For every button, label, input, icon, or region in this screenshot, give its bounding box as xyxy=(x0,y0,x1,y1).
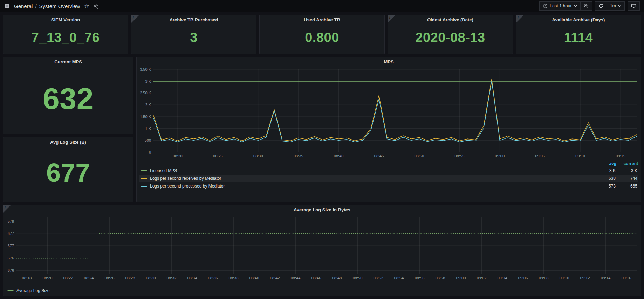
series-avg: 3 K xyxy=(594,168,616,173)
info-icon[interactable]: i xyxy=(3,205,11,213)
info-icon[interactable]: i xyxy=(516,15,524,23)
svg-text:09:10: 09:10 xyxy=(575,154,585,158)
zoom-out-button[interactable] xyxy=(581,1,592,11)
panel-title[interactable]: Available Archive (Days) xyxy=(516,15,641,24)
panel-title[interactable]: Avg Log Size (B) xyxy=(3,137,133,147)
svg-text:08:22: 08:22 xyxy=(63,276,73,280)
svg-text:08:24: 08:24 xyxy=(84,276,94,280)
legend-col-avg[interactable]: avg xyxy=(595,161,616,166)
svg-text:08:45: 08:45 xyxy=(374,154,384,158)
series-name[interactable]: Average Log Size xyxy=(16,288,637,293)
svg-text:08:36: 08:36 xyxy=(208,276,218,280)
svg-text:08:46: 08:46 xyxy=(311,276,321,280)
stat-value: 1114 xyxy=(516,24,641,54)
chevron-down-icon xyxy=(574,5,577,7)
panel-title[interactable]: MPS xyxy=(137,57,641,66)
series-name[interactable]: Logs per second processed by Mediator xyxy=(150,184,594,189)
svg-text:08:58: 08:58 xyxy=(436,276,445,280)
clock-icon xyxy=(543,4,548,8)
series-avg: 638 xyxy=(594,176,616,181)
stat-row: SIEM Version 7_13_0_76 i Archive TB Purc… xyxy=(3,15,641,54)
svg-text:3.50 K: 3.50 K xyxy=(140,67,151,72)
svg-text:677: 677 xyxy=(8,231,14,236)
series-marker xyxy=(7,290,14,291)
stat-value: 7_13_0_76 xyxy=(3,24,128,54)
svg-text:1 K: 1 K xyxy=(145,127,151,131)
svg-text:676: 676 xyxy=(8,256,14,260)
svg-text:08:38: 08:38 xyxy=(229,276,239,280)
legend-col-current[interactable]: current xyxy=(616,161,638,166)
refresh-button[interactable] xyxy=(595,1,607,11)
svg-text:09:10: 09:10 xyxy=(560,276,569,280)
chevron-down-icon xyxy=(618,5,621,7)
stat-value: 2020-08-13 xyxy=(388,24,513,54)
monitor-icon xyxy=(631,4,636,8)
svg-text:08:34: 08:34 xyxy=(187,276,197,280)
panel-available-archive-days: i Available Archive (Days) 1114 xyxy=(516,15,641,54)
info-icon[interactable]: i xyxy=(131,15,139,23)
svg-text:08:56: 08:56 xyxy=(415,276,425,280)
svg-text:08:48: 08:48 xyxy=(332,276,342,280)
panel-used-archive-tb: Used Archive TB 0.800 xyxy=(259,15,385,54)
series-current: 744 xyxy=(616,176,637,181)
refresh-icon xyxy=(598,4,603,8)
svg-text:09:05: 09:05 xyxy=(535,154,545,158)
time-range-picker[interactable]: Last 1 hour xyxy=(539,1,581,11)
legend-row-received[interactable]: Logs per second received by Mediator 638… xyxy=(139,175,638,182)
apps-grid-icon[interactable] xyxy=(4,3,10,9)
breadcrumb-folder[interactable]: General xyxy=(14,3,33,9)
panel-avg-log-size: Avg Log Size (B) 677 xyxy=(3,137,133,202)
series-marker xyxy=(141,186,147,187)
panel-avg-log-size-chart: i Average Log Size in Bytes 678677677676… xyxy=(3,205,641,296)
panel-mps-chart: MPS 05001 K1.50 K2 K2.50 K3 K3.50 K08:20… xyxy=(136,57,641,202)
svg-text:08:20: 08:20 xyxy=(173,154,183,158)
panel-title[interactable]: Used Archive TB xyxy=(260,15,384,24)
refresh-interval-dropdown[interactable]: 1m xyxy=(607,1,625,11)
series-current: 665 xyxy=(616,184,637,189)
tv-mode-button[interactable] xyxy=(628,1,640,11)
svg-text:08:35: 08:35 xyxy=(294,154,303,158)
svg-text:09:12: 09:12 xyxy=(580,276,590,280)
legend-row-processed[interactable]: Logs per second processed by Mediator 57… xyxy=(139,182,638,190)
navbar: General / System Overview ☆ Last 1 hour xyxy=(0,0,644,12)
star-icon[interactable]: ☆ xyxy=(84,3,89,9)
breadcrumb-dashboard-title[interactable]: System Overview xyxy=(39,3,80,9)
bottom-row: i Average Log Size in Bytes 678677677676… xyxy=(3,205,641,296)
panel-title[interactable]: Oldest Archive (Date) xyxy=(388,15,513,24)
svg-text:2 K: 2 K xyxy=(145,103,151,107)
svg-text:09:15: 09:15 xyxy=(616,154,625,158)
svg-text:08:28: 08:28 xyxy=(125,276,135,280)
stat-value: 632 xyxy=(3,66,133,134)
svg-text:08:40: 08:40 xyxy=(249,276,259,280)
svg-text:676: 676 xyxy=(8,268,14,272)
legend-row-licensed-mps[interactable]: Licensed MPS 3 K 3 K xyxy=(139,167,638,175)
stat-value: 677 xyxy=(3,147,133,202)
panel-title[interactable]: Archive TB Purchased xyxy=(131,15,256,24)
svg-text:08:18: 08:18 xyxy=(22,276,32,280)
panel-title[interactable]: Average Log Size in Bytes xyxy=(3,205,641,214)
svg-text:09:04: 09:04 xyxy=(498,276,507,280)
svg-text:09:16: 09:16 xyxy=(622,276,631,280)
series-marker xyxy=(141,170,147,171)
svg-text:08:42: 08:42 xyxy=(270,276,280,280)
svg-text:08:30: 08:30 xyxy=(146,276,156,280)
panel-oldest-archive: i Oldest Archive (Date) 2020-08-13 xyxy=(388,15,513,54)
svg-text:08:25: 08:25 xyxy=(213,154,223,158)
svg-text:09:14: 09:14 xyxy=(601,276,611,280)
avg-log-size-chart[interactable]: 67867767767667608:1808:2008:2208:2408:26… xyxy=(3,214,641,281)
panel-archive-tb-purchased: i Archive TB Purchased 3 xyxy=(131,15,256,54)
svg-text:08:20: 08:20 xyxy=(43,276,53,280)
share-icon[interactable] xyxy=(94,4,99,9)
panel-title[interactable]: Current MPS xyxy=(3,57,133,66)
info-icon[interactable]: i xyxy=(388,15,396,23)
svg-text:677: 677 xyxy=(8,244,14,248)
svg-text:678: 678 xyxy=(8,219,14,223)
time-range-label: Last 1 hour xyxy=(550,4,572,8)
panel-title[interactable]: SIEM Version xyxy=(3,15,128,24)
zoom-out-icon xyxy=(584,4,589,8)
svg-text:08:54: 08:54 xyxy=(394,276,404,280)
series-name[interactable]: Logs per second received by Mediator xyxy=(150,176,594,181)
mps-timeseries-chart[interactable]: 05001 K1.50 K2 K2.50 K3 K3.50 K08:2008:2… xyxy=(137,66,641,159)
series-name[interactable]: Licensed MPS xyxy=(150,168,594,173)
avg-log-legend[interactable]: Average Log Size xyxy=(3,287,641,296)
